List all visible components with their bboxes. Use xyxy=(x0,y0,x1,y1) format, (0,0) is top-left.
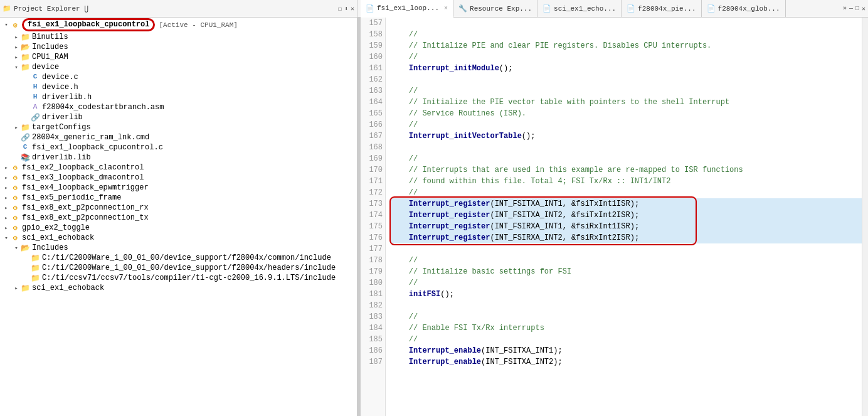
tree-item-driverlib_h[interactable]: Hdriverlib.h xyxy=(0,92,357,102)
code-line-165[interactable]: // Service Routines (ISR). xyxy=(391,108,862,119)
code-line-184[interactable]: // Enable FSI Tx/Rx interrupts xyxy=(391,323,862,334)
tree-item-gpio_ex2[interactable]: ▸⚙gpio_ex2_toggle xyxy=(0,223,357,233)
tree-icon-fsi_ex3: ⚙ xyxy=(10,173,20,182)
editor-scrollbar[interactable] xyxy=(862,18,868,416)
tree-item-sci_includes[interactable]: ▾📂Includes xyxy=(0,243,357,253)
code-line-181[interactable]: initFSI(); xyxy=(391,289,862,300)
tab-resource_exp[interactable]: 🔧Resource Exp... xyxy=(453,0,537,17)
tree-item-device_c[interactable]: Cdevice.c xyxy=(0,72,357,82)
tree-arrow-gpio_ex2: ▸ xyxy=(3,225,10,232)
tree-item-cpu1ram[interactable]: ▸📁CPU1_RAM xyxy=(0,52,357,62)
code-line-172[interactable]: // xyxy=(391,187,862,198)
tab-f28004x_pie[interactable]: 📄f28004x_pie... xyxy=(622,0,701,17)
code-line-158[interactable]: // xyxy=(391,29,862,40)
code-line-173[interactable]: Interrupt_register(INT_FSITXA_INT1, &fsi… xyxy=(391,198,862,210)
more-tabs-btn[interactable]: » xyxy=(843,5,847,12)
tab-fsi_ex1_loop[interactable]: 📄fsi_ex1_loop...× xyxy=(361,0,453,18)
code-line-186[interactable]: Interrupt_enable(INT_FSITXA_INT1); xyxy=(391,345,862,356)
tree-label-driverlib_lib: driverlib.lib xyxy=(32,153,91,162)
code-line-182[interactable] xyxy=(391,300,862,311)
tree-arrow-fsi_ex4: ▸ xyxy=(3,184,10,191)
tab-sci_ex1_echo[interactable]: 📄sci_ex1_echo... xyxy=(537,0,622,17)
tab-f28004x_glob[interactable]: 📄f28004x_glob... xyxy=(702,0,786,17)
code-editor: 1571581591601611621631641651661671681691… xyxy=(361,18,868,416)
tree-item-binutils[interactable]: ▸📁Binutils xyxy=(0,32,357,42)
tree-label-device: device xyxy=(32,63,59,72)
tree-arrow-targetconfigs: ▸ xyxy=(13,124,20,131)
code-line-162[interactable] xyxy=(391,74,862,85)
tree-icon-sci_ex1_echoback: 📁 xyxy=(20,284,30,292)
tree-item-sci_ex1_echoback[interactable]: ▸📁sci_ex1_echoback xyxy=(0,283,357,293)
code-line-161[interactable]: Interrupt_initModule(); xyxy=(391,63,862,74)
tree-arrow-sci_ex1_echoback: ▸ xyxy=(13,285,20,292)
tree-label-includes: Includes xyxy=(32,43,68,51)
project-tree[interactable]: ▾⚙fsi_ex1_loopback_cpucontrol[Active - C… xyxy=(0,18,357,416)
tree-item-driverlib_lib[interactable]: 📚driverlib.lib xyxy=(0,152,357,163)
tree-item-f28004x_codestart[interactable]: Af28004x_codestartbranch.asm xyxy=(0,102,357,112)
code-line-185[interactable]: // xyxy=(391,334,862,345)
tab-icon-sci_ex1_echo: 📄 xyxy=(542,4,551,13)
tree-icon-fsi_ex8_tx: ⚙ xyxy=(10,213,20,222)
panel-close-btn[interactable]: ✕ xyxy=(351,5,354,13)
code-line-159[interactable]: // Initialize PIE and clear PIE register… xyxy=(391,40,862,51)
code-line-180[interactable]: // xyxy=(391,277,862,289)
tree-item-fsi_ex8_rx[interactable]: ▸⚙fsi_ex8_ext_p2pconnection_rx xyxy=(0,203,357,213)
line-num-180: 180 xyxy=(363,277,383,289)
tree-icon-sci_inc2: 📁 xyxy=(30,264,40,272)
code-line-174[interactable]: Interrupt_register(INT_FSITXA_INT2, &fsi… xyxy=(391,210,862,221)
tree-item-fsi_ex5[interactable]: ▸⚙fsi_ex5_periodic_frame xyxy=(0,193,357,203)
code-line-169[interactable]: // xyxy=(391,153,862,164)
minimize-btn[interactable]: ☐ xyxy=(338,5,342,13)
project-explorer-tab-label[interactable]: Project Explorer ⋃ xyxy=(14,4,88,13)
tree-item-sci_inc1[interactable]: 📁C:/ti/C2000Ware_1_00_01_00/device_suppo… xyxy=(0,253,357,263)
line-num-172: 172 xyxy=(363,187,383,198)
tree-item-device[interactable]: ▾📁device xyxy=(0,62,357,72)
code-line-157[interactable] xyxy=(391,18,862,29)
maximize-editor-btn[interactable]: □ xyxy=(855,5,859,12)
code-line-170[interactable]: // Interrupts that are used in this exam… xyxy=(391,164,862,176)
tree-label-fsi_ex3: fsi_ex3_loopback_dmacontrol xyxy=(22,173,144,182)
tree-item-sci_ex1[interactable]: ▾⚙sci_ex1_echoback xyxy=(0,233,357,243)
tree-label-targetconfigs: targetConfigs xyxy=(32,123,91,132)
code-line-166[interactable]: // xyxy=(391,119,862,131)
code-line-183[interactable]: // xyxy=(391,311,862,323)
tree-item-fsi_ex3[interactable]: ▸⚙fsi_ex3_loopback_dmacontrol xyxy=(0,173,357,183)
tree-icon-gpio_ex2: ⚙ xyxy=(10,223,20,232)
tree-item-fsi_ex8_tx[interactable]: ▸⚙fsi_ex8_ext_p2pconnection_tx xyxy=(0,213,357,223)
tree-item-fsi_ex1_c[interactable]: Cfsi_ex1_loopback_cpucontrol.c xyxy=(0,142,357,152)
tree-item-fsi_ex4[interactable]: ▸⚙fsi_ex4_loopback_epwmtrigger xyxy=(0,183,357,193)
code-line-179[interactable]: // Initialize basic settings for FSI xyxy=(391,266,862,277)
line-num-164: 164 xyxy=(363,97,383,108)
tree-icon-cpu1ram: 📁 xyxy=(20,53,30,61)
active-config-label: [Active - CPU1_RAM] xyxy=(159,21,237,29)
code-line-163[interactable]: // xyxy=(391,85,862,97)
tree-item-fsi_ex2[interactable]: ▸⚙fsi_ex2_loopback_clacontrol xyxy=(0,163,357,173)
tree-label-cpu1ram: CPU1_RAM xyxy=(32,53,68,61)
tree-arrow-sci_ex1: ▾ xyxy=(3,235,10,242)
code-line-171[interactable]: // found within this file. Total 4; FSI … xyxy=(391,176,862,187)
tree-item-includes[interactable]: ▸📂Includes xyxy=(0,42,357,52)
code-line-168[interactable] xyxy=(391,142,862,153)
code-line-176[interactable]: Interrupt_register(INT_FSIRXA_INT2, &fsi… xyxy=(391,232,862,243)
code-line-167[interactable]: Interrupt_initVectorTable(); xyxy=(391,131,862,142)
tree-item-sci_inc2[interactable]: 📁C:/ti/C2000Ware_1_00_01_00/device_suppo… xyxy=(0,263,357,273)
minimize-editor-btn[interactable]: — xyxy=(849,5,853,12)
tree-item-device_h[interactable]: Hdevice.h xyxy=(0,82,357,92)
panel-menu-btn[interactable]: ⬇ xyxy=(344,5,348,13)
tree-arrow-root: ▾ xyxy=(3,21,10,28)
code-line-177[interactable] xyxy=(391,243,862,255)
tree-item-sci_inc3[interactable]: 📁C:/ti/ccsv71/ccsv7/tools/compiler/ti-cg… xyxy=(0,273,357,283)
tree-item-ram_lnk[interactable]: 🔗28004x_generic_ram_lnk.cmd xyxy=(0,132,357,142)
tree-item-root[interactable]: ▾⚙fsi_ex1_loopback_cpucontrol[Active - C… xyxy=(0,18,357,32)
code-line-175[interactable]: Interrupt_register(INT_FSIRXA_INT1, &fsi… xyxy=(391,221,862,232)
tree-item-targetconfigs[interactable]: ▸📁targetConfigs xyxy=(0,122,357,132)
code-content[interactable]: // // Initialize PIE and clear PIE regis… xyxy=(386,18,862,416)
code-line-164[interactable]: // Initialize the PIE vector table with … xyxy=(391,97,862,108)
code-line-178[interactable]: // xyxy=(391,255,862,266)
code-line-160[interactable]: // xyxy=(391,51,862,63)
code-line-187[interactable]: Interrupt_enable(INT_FSITXA_INT2); xyxy=(391,356,862,368)
tree-item-driverlib_folder[interactable]: 🔗driverlib xyxy=(0,112,357,122)
tab-close-fsi_ex1_loop[interactable]: × xyxy=(444,5,448,12)
line-num-169: 169 xyxy=(363,153,383,164)
close-editor-btn[interactable]: ✕ xyxy=(862,5,865,13)
